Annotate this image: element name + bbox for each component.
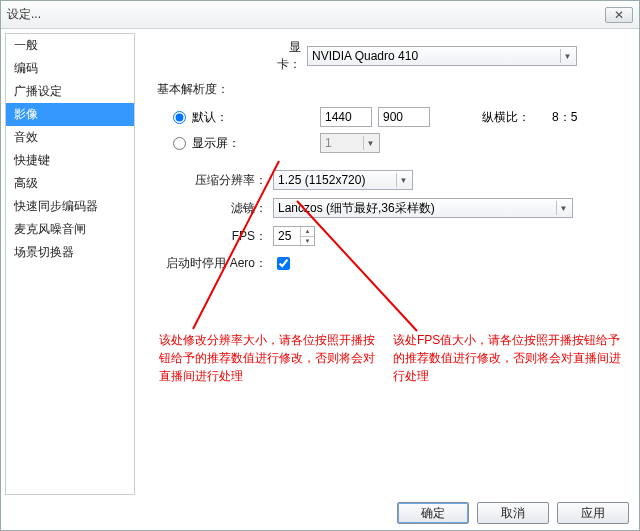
monitor-resolution-label: 显示屏： xyxy=(192,135,240,152)
base-resolution-group-label: 基本解析度： xyxy=(157,81,621,98)
sidebar-item-audio[interactable]: 音效 xyxy=(6,126,134,149)
sidebar-item-hotkeys[interactable]: 快捷键 xyxy=(6,149,134,172)
gpu-label: 显卡： xyxy=(267,39,307,73)
window-title: 设定... xyxy=(7,6,41,23)
monitor-value: 1 xyxy=(325,136,332,150)
filter-label: 滤镜： xyxy=(157,200,273,217)
settings-window: 设定... ✕ 一般 编码 广播设定 影像 音效 快捷键 高级 快速同步编码器 … xyxy=(0,0,640,531)
width-input[interactable] xyxy=(320,107,372,127)
filter-select[interactable]: Lanczos (细节最好,36采样数) ▼ xyxy=(273,198,573,218)
close-button[interactable]: ✕ xyxy=(605,7,633,23)
aspect-value: 8：5 xyxy=(552,109,577,126)
monitor-resolution-radio[interactable] xyxy=(173,137,186,150)
chevron-down-icon: ▼ xyxy=(560,49,574,63)
default-resolution-label: 默认： xyxy=(192,109,228,126)
ok-button[interactable]: 确定 xyxy=(397,502,469,524)
filter-value: Lanczos (细节最好,36采样数) xyxy=(278,200,435,217)
spinner-up-icon[interactable]: ▲ xyxy=(301,227,314,237)
chevron-down-icon: ▼ xyxy=(396,173,410,187)
cancel-button[interactable]: 取消 xyxy=(477,502,549,524)
fps-value: 25 xyxy=(278,229,291,243)
chevron-down-icon: ▼ xyxy=(363,136,377,150)
fps-label: FPS： xyxy=(157,228,273,245)
aero-checkbox[interactable] xyxy=(277,257,290,270)
aero-label: 启动时停用 Aero： xyxy=(157,255,273,272)
monitor-resolution-row: 显示屏： 1 ▼ xyxy=(173,130,621,156)
scale-value: 1.25 (1152x720) xyxy=(278,173,365,187)
chevron-down-icon: ▼ xyxy=(556,201,570,215)
default-resolution-row: 默认： 纵横比： 8：5 xyxy=(173,104,621,130)
sidebar-item-encoding[interactable]: 编码 xyxy=(6,57,134,80)
scale-annotation: 该处修改分辨率大小，请各位按照开播按钮给予的推荐数值进行修改，否则将会对直播间进… xyxy=(159,331,379,385)
settings-sidebar: 一般 编码 广播设定 影像 音效 快捷键 高级 快速同步编码器 麦克风噪音闸 场… xyxy=(5,33,135,495)
monitor-select[interactable]: 1 ▼ xyxy=(320,133,380,153)
sidebar-item-video[interactable]: 影像 xyxy=(6,103,134,126)
video-settings-panel: 显卡： NVIDIA Quadro 410 ▼ 基本解析度： 默认： 纵横比： … xyxy=(139,29,639,499)
fps-annotation: 该处FPS值大小，请各位按照开播按钮给予的推荐数值进行修改，否则将会对直播间进行… xyxy=(393,331,623,385)
apply-button[interactable]: 应用 xyxy=(557,502,629,524)
close-icon: ✕ xyxy=(614,8,624,22)
height-input[interactable] xyxy=(378,107,430,127)
window-body: 一般 编码 广播设定 影像 音效 快捷键 高级 快速同步编码器 麦克风噪音闸 场… xyxy=(1,29,639,499)
gpu-value: NVIDIA Quadro 410 xyxy=(312,49,418,63)
sidebar-item-advanced[interactable]: 高级 xyxy=(6,172,134,195)
sidebar-item-broadcast[interactable]: 广播设定 xyxy=(6,80,134,103)
default-resolution-radio[interactable] xyxy=(173,111,186,124)
sidebar-item-general[interactable]: 一般 xyxy=(6,34,134,57)
scale-label: 压缩分辨率： xyxy=(157,172,273,189)
scale-select[interactable]: 1.25 (1152x720) ▼ xyxy=(273,170,413,190)
dialog-footer: 确定 取消 应用 xyxy=(397,502,629,524)
sidebar-item-quicksync[interactable]: 快速同步编码器 xyxy=(6,195,134,218)
aspect-label: 纵横比： xyxy=(482,109,530,126)
gpu-select[interactable]: NVIDIA Quadro 410 ▼ xyxy=(307,46,577,66)
sidebar-item-noise-gate[interactable]: 麦克风噪音闸 xyxy=(6,218,134,241)
sidebar-item-scene-switcher[interactable]: 场景切换器 xyxy=(6,241,134,264)
spinner-down-icon[interactable]: ▼ xyxy=(301,237,314,246)
fps-spinner[interactable]: 25 ▲ ▼ xyxy=(273,226,315,246)
titlebar: 设定... ✕ xyxy=(1,1,639,29)
